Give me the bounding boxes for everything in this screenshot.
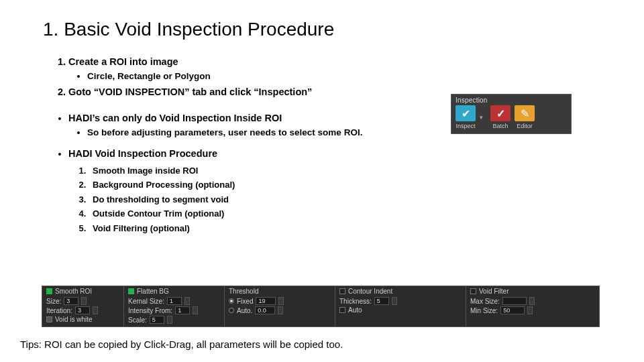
flatten-header: Flatten BG — [128, 288, 220, 295]
step-1-sub: Circle, Rectangle or Polygon — [68, 70, 601, 83]
tips-text: Tips: ROI can be copied by Click-Drag, a… — [20, 339, 343, 350]
panel-flatten-bg: Flatten BG Kernal Size: 1 Intensity From… — [124, 286, 225, 326]
inspect-label: Inspect — [455, 123, 475, 129]
threshold-header: Threshold — [229, 288, 331, 295]
smooth-title: Smooth ROI — [55, 288, 92, 295]
flatten-ksize-field[interactable]: 1 — [167, 297, 182, 305]
top-steps: Create a ROI into image Circle, Rectangl… — [43, 55, 601, 100]
editor-icon: ✎ — [515, 105, 535, 121]
inspect-button[interactable]: ✔ Inspect — [455, 105, 476, 129]
flatten-scale-spin[interactable] — [167, 316, 172, 324]
voidfilter-checkbox[interactable] — [470, 288, 476, 294]
panel-threshold: Threshold Fixed 19 Auto. 0.0 — [225, 286, 335, 326]
threshold-fixed-label: Fixed — [237, 298, 253, 305]
page-title: 1. Basic Void Inspection Procedure — [43, 19, 601, 40]
flatten-scale-label: Scale: — [128, 316, 147, 324]
contour-thick-label: Thickness: — [339, 298, 372, 305]
panel-smooth-roi: Smooth ROI Size: 3 Iteration: 3 Void is … — [42, 286, 124, 326]
smooth-header: Smooth ROI — [46, 288, 119, 295]
flatten-ksize-label: Kernal Size: — [128, 298, 164, 305]
editor-label: Editor — [517, 123, 533, 129]
voidfilter-max-field[interactable] — [502, 297, 527, 305]
parameter-bar: Smooth ROI Size: 3 Iteration: 3 Void is … — [42, 286, 600, 327]
smooth-size-field[interactable]: 3 — [64, 297, 78, 305]
proc-3: Do thresholding to segment void — [89, 193, 601, 206]
contour-title: Contour Indent — [348, 288, 392, 295]
panel-void-filter: Void Filter Max Size: Min Size: 50 — [466, 286, 599, 326]
smooth-size-label: Size: — [46, 298, 61, 305]
contour-checkbox[interactable] — [339, 288, 345, 294]
editor-button[interactable]: ✎ Editor — [515, 105, 535, 129]
contour-auto-label: Auto — [348, 306, 362, 314]
note-1-text: HADI’s can only do Void Inspection Insid… — [68, 113, 282, 123]
voidfilter-max-label: Max Size: — [470, 298, 500, 305]
flatten-ksize-spin[interactable] — [184, 297, 190, 305]
batch-label: Batch — [492, 123, 508, 129]
step-1: Create a ROI into image Circle, Rectangl… — [68, 55, 601, 83]
void-white-label: Void is white — [55, 316, 93, 323]
smooth-size-spin[interactable] — [81, 297, 87, 305]
proc-5: Void Filtering (optional) — [89, 222, 601, 235]
procedure-heading-list: HADI Void Inspection Procedure — [43, 147, 601, 162]
contour-auto-checkbox[interactable] — [339, 307, 345, 313]
smooth-checkbox[interactable] — [46, 288, 52, 294]
slide: 1. Basic Void Inspection Procedure Creat… — [0, 0, 644, 362]
flatten-scale-field[interactable]: 5 — [150, 316, 164, 324]
void-white-checkbox[interactable] — [46, 316, 52, 322]
inspect-dropdown-icon[interactable]: ▾ — [480, 114, 486, 121]
flatten-inten-field[interactable]: 1 — [175, 306, 190, 314]
smooth-iter-spin[interactable] — [93, 306, 98, 314]
voidfilter-header: Void Filter — [470, 288, 595, 295]
contour-header: Contour Indent — [339, 288, 462, 295]
threshold-fixed-radio[interactable] — [229, 298, 234, 304]
threshold-auto-field[interactable]: 0.0 — [255, 306, 275, 314]
proc-1: Smooth Image inside ROI — [89, 164, 601, 178]
threshold-title: Threshold — [229, 288, 258, 295]
batch-button[interactable]: ✓ Batch — [490, 105, 511, 129]
voidfilter-max-spin[interactable] — [529, 297, 535, 305]
flatten-inten-spin[interactable] — [193, 306, 198, 314]
inspection-header: Inspection — [455, 97, 567, 104]
threshold-fixed-spin[interactable] — [278, 297, 284, 305]
voidfilter-title: Void Filter — [479, 288, 508, 295]
proc-2: Background Processing (optional) — [89, 178, 601, 192]
panel-contour-indent: Contour Indent Thickness: 5 Auto — [335, 286, 466, 326]
contour-thick-field[interactable]: 5 — [374, 297, 389, 305]
smooth-iter-field[interactable]: 3 — [75, 306, 90, 314]
flatten-title: Flatten BG — [137, 288, 169, 295]
inspection-toolbar: Inspection ✔ Inspect ▾ ✓ Batch ✎ Editor — [451, 94, 572, 134]
batch-icon: ✓ — [490, 105, 511, 121]
content: Create a ROI into image Circle, Rectangl… — [43, 55, 601, 235]
flatten-checkbox[interactable] — [128, 288, 134, 294]
threshold-fixed-field[interactable]: 19 — [256, 297, 276, 305]
note-2: HADI Void Inspection Procedure — [68, 147, 601, 162]
inspection-row: ✔ Inspect ▾ ✓ Batch ✎ Editor — [455, 105, 567, 129]
procedure-steps: Smooth Image inside ROI Background Proce… — [43, 164, 601, 235]
step-1a: Circle, Rectangle or Polygon — [87, 70, 601, 83]
voidfilter-min-spin[interactable] — [527, 306, 533, 314]
smooth-iter-label: Iteration: — [46, 307, 72, 314]
threshold-auto-radio[interactable] — [229, 308, 234, 313]
inspect-icon: ✔ — [455, 105, 476, 121]
contour-thick-spin[interactable] — [392, 297, 397, 305]
proc-4: Outside Contour Trim (optional) — [89, 207, 601, 221]
step-1-text: Create a ROI into image — [68, 56, 178, 67]
threshold-auto-spin[interactable] — [278, 306, 283, 314]
flatten-inten-label: Intensity From: — [128, 307, 172, 314]
voidfilter-min-label: Min Size: — [470, 307, 498, 314]
threshold-auto-label: Auto. — [237, 307, 252, 314]
voidfilter-min-field[interactable]: 50 — [500, 306, 525, 314]
